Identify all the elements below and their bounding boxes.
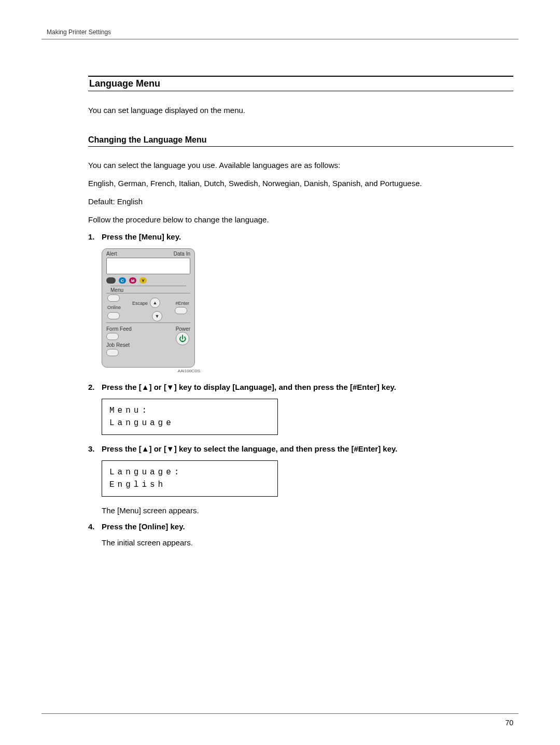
datain-label: Data In: [174, 251, 190, 257]
toner-c-icon: C: [119, 277, 126, 284]
power-button[interactable]: ⏻: [176, 332, 189, 345]
enter-label: #Enter: [175, 301, 189, 306]
lcd-display-2: Language: English: [102, 460, 278, 497]
step-2: 2. Press the [▲] or [▼] key to display […: [88, 383, 513, 391]
menu-button[interactable]: [107, 294, 120, 302]
figure-code: AAI100CDS: [102, 369, 200, 373]
toner-y-icon: Y: [139, 277, 147, 284]
lcd2-line2: English: [109, 479, 270, 491]
step-3-note: The [Menu] screen appears.: [102, 506, 513, 515]
online-button[interactable]: [107, 312, 120, 319]
toner-m-icon: M: [129, 277, 136, 284]
up-arrow-button[interactable]: ▲: [150, 298, 160, 308]
formfeed-label: Form Feed: [106, 326, 132, 332]
step-4-note: The initial screen appears.: [102, 538, 513, 547]
header-rule: [41, 39, 519, 39]
printer-panel-figure: Alert Data In C M Y Menu Online: [102, 248, 513, 373]
jobreset-label: Job Reset: [106, 342, 132, 348]
down-arrow-button[interactable]: ▼: [152, 311, 162, 321]
enter-button[interactable]: [175, 307, 187, 314]
formfeed-button[interactable]: [106, 333, 119, 340]
menu-label: Menu: [110, 287, 123, 293]
lcd1-line2: Language: [109, 417, 270, 429]
panel-lcd: [106, 258, 190, 274]
step-3-text: Press the [▲] or [▼] key to select the l…: [102, 444, 397, 453]
para-available: You can select the language you use. Ava…: [88, 160, 513, 171]
footer-rule: [41, 713, 519, 714]
step-1-number: 1.: [88, 232, 102, 241]
para-follow: Follow the procedure below to change the…: [88, 214, 513, 225]
step-2-text: Press the [▲] or [▼] key to display [Lan…: [102, 383, 396, 391]
alert-label: Alert: [106, 251, 117, 257]
step-3-number: 3.: [88, 444, 102, 453]
section-title: Language Menu: [88, 76, 513, 91]
lcd2-line1: Language:: [109, 466, 270, 479]
step-1: 1. Press the [Menu] key.: [88, 232, 513, 241]
nav-area: Online Escape ▲ ▼ #Enter: [106, 293, 190, 323]
step-4-text: Press the [Online] key.: [102, 522, 185, 531]
jobreset-button[interactable]: [106, 349, 119, 356]
para-languages: English, German, French, Italian, Dutch,…: [88, 178, 513, 189]
step-3: 3. Press the [▲] or [▼] key to select th…: [88, 444, 513, 453]
running-header: Making Printer Settings: [41, 29, 519, 39]
page-number: 70: [505, 719, 513, 727]
lcd-display-1: Menu: Language: [102, 399, 278, 435]
step-2-number: 2.: [88, 383, 102, 391]
lcd1-line1: Menu:: [109, 404, 270, 417]
subsection-title: Changing the Language Menu: [88, 135, 513, 147]
online-label: Online: [107, 305, 121, 310]
step-4-number: 4.: [88, 522, 102, 531]
step-4: 4. Press the [Online] key.: [88, 522, 513, 531]
toner-k-icon: [106, 277, 116, 284]
intro-text: You can set language displayed on the me…: [88, 106, 513, 115]
escape-label: Escape: [132, 301, 148, 306]
step-1-text: Press the [Menu] key.: [102, 232, 181, 241]
para-default: Default: English: [88, 196, 513, 207]
power-label: Power: [176, 326, 190, 332]
